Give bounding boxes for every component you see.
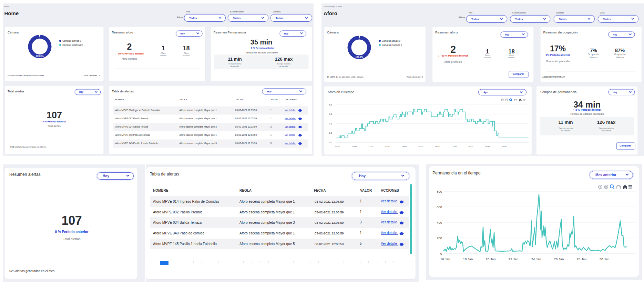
- svg-text:10:00: 10:00: [335, 145, 340, 148]
- svg-text:0: 0: [440, 252, 442, 255]
- svg-text:24 Jan: 24 Jan: [531, 257, 541, 261]
- svg-text:20 Jan: 20 Jan: [486, 257, 496, 261]
- svg-text:200: 200: [437, 236, 442, 240]
- svg-text:26 Jan: 26 Jan: [554, 257, 564, 261]
- svg-text:13:00: 13:00: [385, 145, 390, 148]
- svg-text:30 Jan: 30 Jan: [600, 257, 610, 261]
- svg-text:14:00: 14:00: [401, 145, 406, 148]
- svg-text:17:00: 17:00: [451, 145, 456, 148]
- svg-text:11:00: 11:00: [352, 145, 357, 148]
- svg-text:28 Jan: 28 Jan: [577, 257, 587, 261]
- svg-text:0.0: 0.0: [329, 141, 332, 143]
- svg-text:22 Jan: 22 Jan: [509, 257, 519, 261]
- svg-text:4.0: 4.0: [329, 123, 332, 125]
- svg-text:12:00: 12:00: [368, 145, 373, 148]
- svg-text:6.0: 6.0: [329, 113, 332, 115]
- svg-text:16 Jan: 16 Jan: [440, 257, 450, 261]
- svg-text:16:00: 16:00: [435, 145, 440, 148]
- svg-text:20:00: 20:00: [501, 145, 506, 148]
- svg-text:600: 600: [437, 205, 442, 209]
- svg-text:18 Jan: 18 Jan: [463, 257, 473, 261]
- svg-text:19:00: 19:00: [485, 145, 490, 148]
- svg-text:2.0: 2.0: [329, 132, 332, 134]
- svg-text:15:00: 15:00: [418, 145, 423, 148]
- svg-text:800: 800: [437, 190, 442, 193]
- svg-text:400: 400: [437, 221, 442, 224]
- svg-text:8.0: 8.0: [329, 104, 332, 106]
- svg-text:18:00: 18:00: [468, 145, 473, 148]
